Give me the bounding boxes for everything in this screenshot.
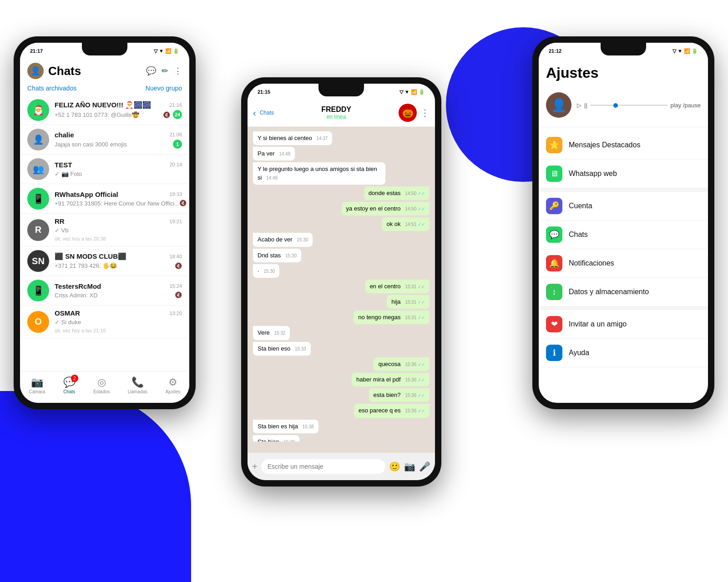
- back-label[interactable]: Chats: [260, 110, 274, 116]
- message-time: 14:48: [279, 151, 290, 156]
- camera-icon: 📷: [31, 376, 43, 388]
- message-input[interactable]: [261, 459, 385, 474]
- message-time: 15:31 ✓✓: [405, 284, 425, 289]
- nav-estados[interactable]: ◎ Estados: [93, 376, 110, 394]
- phone-conversation: 21:15 ▽ ▼ 📶 🔋 ‹ Chats FREDDY en línea 🎃 …: [241, 77, 441, 487]
- nav-llamadas-label: Llamadas: [128, 389, 147, 394]
- message-received: Pa ver 14:48: [253, 147, 295, 161]
- contact-name: FREDDY: [278, 105, 395, 114]
- settings-item[interactable]: 🖥 Whatsapp web: [539, 160, 708, 188]
- mute-icon: 🔇: [175, 262, 182, 269]
- message-received: Vere 15:32: [253, 326, 290, 340]
- chat-preview: +52 1 783 101 0773: @Guille🤠: [55, 111, 139, 118]
- message-text: ok ok: [386, 221, 400, 227]
- broadcast-icon[interactable]: 💬: [146, 66, 156, 76]
- compose-icon[interactable]: ✏: [162, 66, 168, 76]
- chat-time: 21:16: [169, 102, 182, 108]
- nav-ajustes-label: Ajustes: [165, 389, 180, 394]
- chat-info: FELIZ AÑO NUEVO!!! 🎅🎆🎆 21:16 +52 1 783 1…: [55, 101, 182, 119]
- settings-item[interactable]: ⭐ Mensajes Destacados: [539, 131, 708, 160]
- chat-time: 19:33: [169, 191, 182, 197]
- chat-list-item[interactable]: 👤 chalie 21:06 Jajaja son casi 3000 emoj…: [20, 125, 189, 155]
- mic-icon[interactable]: 🎤: [419, 461, 430, 472]
- archived-link[interactable]: Chats archivados: [27, 85, 76, 92]
- notch-2: [318, 84, 364, 96]
- profile-row[interactable]: 👤 ▷ || play /pause: [546, 89, 701, 121]
- message-text: donde estas: [369, 190, 401, 196]
- new-group-btn[interactable]: Nuevo grupo: [146, 85, 182, 92]
- notch-3: [601, 43, 646, 55]
- nav-ajustes[interactable]: ⚙ Ajustes: [165, 376, 180, 394]
- settings-item[interactable]: 🔔 Notificaciones: [539, 249, 708, 278]
- estados-icon: ◎: [97, 376, 106, 388]
- camera-input-icon[interactable]: 📷: [404, 461, 415, 472]
- settings-item-label: Ayuda: [569, 349, 589, 357]
- chat-list-item[interactable]: 🎅 FELIZ AÑO NUEVO!!! 🎅🎆🎆 21:16 +52 1 783…: [20, 95, 189, 125]
- settings-divider: [539, 188, 708, 192]
- status-bar-1: 21:17 ▽ ▼ 📶 🔋: [20, 43, 189, 59]
- settings-item-label: Datos y almacenamiento: [569, 288, 649, 296]
- message-received: Y si bienes al centeo 14:37: [253, 131, 332, 145]
- settings-item[interactable]: 💬 Chats: [539, 221, 708, 249]
- chat-time: 15:24: [169, 283, 182, 289]
- message-text: Dnd stas: [258, 252, 281, 259]
- settings-item-icon: 🔔: [546, 255, 562, 271]
- message-text: no tengo megas: [358, 314, 400, 321]
- user-avatar[interactable]: 👤: [27, 63, 44, 79]
- message-time: 15:30: [285, 253, 297, 258]
- sticker-icon[interactable]: 🙂: [389, 461, 400, 472]
- phone-settings: 21:12 ▽ ▼ 📶 🔋 Ajustes 👤 ▷ ||: [532, 36, 714, 409]
- settings-item[interactable]: 🔑 Cuenta: [539, 192, 708, 221]
- nav-chats-label: Chats: [63, 389, 75, 394]
- settings-item[interactable]: ↕ Datos y almacenamiento: [539, 278, 708, 306]
- chat-list-item[interactable]: O OSMAR 13:20 ✓ Si duke últ. vez hoy a l…: [20, 306, 189, 338]
- chat-preview: ✓ Vb: [55, 227, 69, 234]
- header-icons: 💬 ✏ ⋮: [146, 66, 182, 76]
- audio-dot: [613, 103, 618, 108]
- chat-avatar: 📱: [27, 280, 49, 301]
- contact-status: en línea: [278, 114, 395, 120]
- nav-chats[interactable]: 💬 2 Chats: [63, 376, 76, 394]
- conversation-more-icon[interactable]: ⋮: [420, 107, 430, 118]
- phone-chats: 21:17 ▽ ▼ 📶 🔋 👤 Chats 💬 ✏ ⋮ Chats archiv…: [14, 36, 196, 409]
- chat-preview: Criss Admin: XD: [55, 292, 98, 299]
- message-received: Acabo de ver 15:30: [253, 233, 313, 246]
- nav-llamadas[interactable]: 📞 Llamadas: [128, 376, 147, 394]
- chat-name: TestersRcMod: [55, 282, 101, 290]
- time-2: 21:15: [258, 89, 270, 95]
- chats-nav-icon: 💬 2: [63, 376, 76, 388]
- back-button[interactable]: ‹: [253, 108, 256, 118]
- mute-icon: 🔇: [175, 291, 182, 298]
- chat-list: 🎅 FELIZ AÑO NUEVO!!! 🎅🎆🎆 21:16 +52 1 783…: [20, 95, 189, 365]
- message-sent: quecosa 15:36 ✓✓: [374, 357, 430, 371]
- message-time: 15:36 ✓✓: [405, 408, 425, 413]
- message-time: 15:31 ✓✓: [405, 300, 425, 305]
- chat-list-item[interactable]: 👥 TEST 20:14 ✓ 📷 Foto: [20, 155, 189, 184]
- settings-item[interactable]: ❤ Invitar a un amigo: [539, 310, 708, 339]
- message-sent: esta bien? 15:36 ✓✓: [369, 388, 430, 402]
- settings-item-label: Cuenta: [569, 202, 592, 210]
- chat-list-item[interactable]: SN ⬛ SN MODS CLUB⬛ 18:40 +371 21 793 426…: [20, 246, 189, 276]
- settings-item[interactable]: ℹ Ayuda: [539, 339, 708, 367]
- chat-list-item[interactable]: R RR 19:21 ✓ Vb últ. vez hoy a las 20:38: [20, 214, 189, 246]
- chat-avatar: O: [27, 311, 49, 333]
- chat-preview: ✓ 📷 Foto: [55, 171, 82, 177]
- chat-list-item[interactable]: 📱 RWhatsApp Official 19:33 +91 70213 318…: [20, 184, 189, 214]
- nav-camera[interactable]: 📷 Cámara: [29, 376, 46, 394]
- unread-badge: 1: [173, 140, 182, 149]
- message-text: Sta bien eso: [258, 345, 290, 352]
- chats-title: Chats: [48, 64, 142, 78]
- message-time: 15:30: [297, 237, 308, 242]
- chat-time: 20:14: [169, 162, 182, 167]
- status-icons-3: ▽ ▼ 📶 🔋: [672, 48, 698, 54]
- more-icon[interactable]: ⋮: [174, 66, 182, 76]
- chat-name: ⬛ SN MODS CLUB⬛: [55, 252, 126, 261]
- audio-label: play /pause: [671, 102, 701, 109]
- add-attachment-icon[interactable]: +: [252, 462, 258, 472]
- chat-name: FELIZ AÑO NUEVO!!! 🎅🎆🎆: [55, 101, 151, 109]
- chat-list-item[interactable]: 📱 TestersRcMod 15:24 Criss Admin: XD 🔇: [20, 276, 189, 306]
- audio-control: ▷ || play /pause: [577, 102, 701, 109]
- message-time: 15:32: [274, 331, 285, 336]
- message-time: 15:33: [295, 346, 306, 351]
- contact-avatar: 🎃: [399, 104, 417, 122]
